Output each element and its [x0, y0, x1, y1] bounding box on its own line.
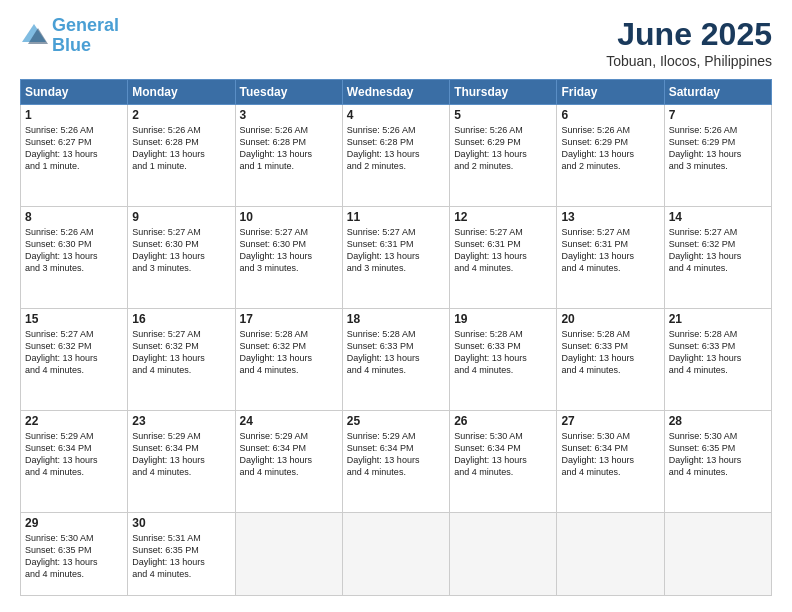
- day-info: Sunrise: 5:27 AM Sunset: 6:30 PM Dayligh…: [132, 226, 230, 275]
- day-info: Sunrise: 5:26 AM Sunset: 6:29 PM Dayligh…: [669, 124, 767, 173]
- calendar-cell: 21Sunrise: 5:28 AM Sunset: 6:33 PM Dayli…: [664, 308, 771, 410]
- day-info: Sunrise: 5:29 AM Sunset: 6:34 PM Dayligh…: [347, 430, 445, 479]
- calendar-cell: 9Sunrise: 5:27 AM Sunset: 6:30 PM Daylig…: [128, 206, 235, 308]
- day-number: 27: [561, 414, 659, 428]
- calendar-cell: 1Sunrise: 5:26 AM Sunset: 6:27 PM Daylig…: [21, 105, 128, 207]
- day-info: Sunrise: 5:30 AM Sunset: 6:35 PM Dayligh…: [669, 430, 767, 479]
- title-block: June 2025 Tobuan, Ilocos, Philippines: [606, 16, 772, 69]
- day-number: 11: [347, 210, 445, 224]
- day-number: 14: [669, 210, 767, 224]
- day-number: 25: [347, 414, 445, 428]
- day-info: Sunrise: 5:26 AM Sunset: 6:30 PM Dayligh…: [25, 226, 123, 275]
- logo-text: General Blue: [52, 16, 119, 56]
- calendar-cell: 25Sunrise: 5:29 AM Sunset: 6:34 PM Dayli…: [342, 410, 449, 512]
- logo: General Blue: [20, 16, 119, 56]
- day-info: Sunrise: 5:29 AM Sunset: 6:34 PM Dayligh…: [240, 430, 338, 479]
- calendar-cell: 17Sunrise: 5:28 AM Sunset: 6:32 PM Dayli…: [235, 308, 342, 410]
- calendar-cell: 10Sunrise: 5:27 AM Sunset: 6:30 PM Dayli…: [235, 206, 342, 308]
- calendar-weekday-tuesday: Tuesday: [235, 80, 342, 105]
- calendar-cell: [235, 512, 342, 595]
- day-info: Sunrise: 5:30 AM Sunset: 6:34 PM Dayligh…: [454, 430, 552, 479]
- day-info: Sunrise: 5:28 AM Sunset: 6:33 PM Dayligh…: [669, 328, 767, 377]
- day-number: 2: [132, 108, 230, 122]
- day-number: 15: [25, 312, 123, 326]
- day-info: Sunrise: 5:27 AM Sunset: 6:31 PM Dayligh…: [454, 226, 552, 275]
- day-number: 20: [561, 312, 659, 326]
- calendar-header-row: SundayMondayTuesdayWednesdayThursdayFrid…: [21, 80, 772, 105]
- calendar-cell: 8Sunrise: 5:26 AM Sunset: 6:30 PM Daylig…: [21, 206, 128, 308]
- day-info: Sunrise: 5:28 AM Sunset: 6:33 PM Dayligh…: [454, 328, 552, 377]
- day-number: 6: [561, 108, 659, 122]
- day-number: 3: [240, 108, 338, 122]
- day-number: 12: [454, 210, 552, 224]
- calendar-weekday-sunday: Sunday: [21, 80, 128, 105]
- logo-icon: [20, 22, 48, 50]
- day-info: Sunrise: 5:31 AM Sunset: 6:35 PM Dayligh…: [132, 532, 230, 581]
- day-number: 23: [132, 414, 230, 428]
- calendar-weekday-monday: Monday: [128, 80, 235, 105]
- day-number: 17: [240, 312, 338, 326]
- calendar-cell: 5Sunrise: 5:26 AM Sunset: 6:29 PM Daylig…: [450, 105, 557, 207]
- day-number: 9: [132, 210, 230, 224]
- calendar-cell: 11Sunrise: 5:27 AM Sunset: 6:31 PM Dayli…: [342, 206, 449, 308]
- calendar-cell: [342, 512, 449, 595]
- day-info: Sunrise: 5:26 AM Sunset: 6:28 PM Dayligh…: [347, 124, 445, 173]
- header: General Blue June 2025 Tobuan, Ilocos, P…: [20, 16, 772, 69]
- day-number: 1: [25, 108, 123, 122]
- day-number: 8: [25, 210, 123, 224]
- day-number: 16: [132, 312, 230, 326]
- calendar-cell: 16Sunrise: 5:27 AM Sunset: 6:32 PM Dayli…: [128, 308, 235, 410]
- day-number: 19: [454, 312, 552, 326]
- calendar-cell: 2Sunrise: 5:26 AM Sunset: 6:28 PM Daylig…: [128, 105, 235, 207]
- calendar-week-row: 15Sunrise: 5:27 AM Sunset: 6:32 PM Dayli…: [21, 308, 772, 410]
- calendar-cell: 24Sunrise: 5:29 AM Sunset: 6:34 PM Dayli…: [235, 410, 342, 512]
- calendar-cell: 19Sunrise: 5:28 AM Sunset: 6:33 PM Dayli…: [450, 308, 557, 410]
- calendar-cell: [450, 512, 557, 595]
- calendar-cell: 30Sunrise: 5:31 AM Sunset: 6:35 PM Dayli…: [128, 512, 235, 595]
- page: General Blue June 2025 Tobuan, Ilocos, P…: [0, 0, 792, 612]
- day-info: Sunrise: 5:26 AM Sunset: 6:28 PM Dayligh…: [132, 124, 230, 173]
- calendar-cell: 7Sunrise: 5:26 AM Sunset: 6:29 PM Daylig…: [664, 105, 771, 207]
- calendar-table: SundayMondayTuesdayWednesdayThursdayFrid…: [20, 79, 772, 596]
- calendar-cell: [664, 512, 771, 595]
- calendar-cell: 20Sunrise: 5:28 AM Sunset: 6:33 PM Dayli…: [557, 308, 664, 410]
- day-info: Sunrise: 5:27 AM Sunset: 6:32 PM Dayligh…: [132, 328, 230, 377]
- calendar-weekday-thursday: Thursday: [450, 80, 557, 105]
- calendar-cell: 14Sunrise: 5:27 AM Sunset: 6:32 PM Dayli…: [664, 206, 771, 308]
- day-info: Sunrise: 5:27 AM Sunset: 6:32 PM Dayligh…: [25, 328, 123, 377]
- calendar-cell: 3Sunrise: 5:26 AM Sunset: 6:28 PM Daylig…: [235, 105, 342, 207]
- calendar-cell: 18Sunrise: 5:28 AM Sunset: 6:33 PM Dayli…: [342, 308, 449, 410]
- day-number: 29: [25, 516, 123, 530]
- calendar-week-row: 22Sunrise: 5:29 AM Sunset: 6:34 PM Dayli…: [21, 410, 772, 512]
- day-number: 18: [347, 312, 445, 326]
- day-number: 24: [240, 414, 338, 428]
- day-number: 22: [25, 414, 123, 428]
- day-info: Sunrise: 5:28 AM Sunset: 6:32 PM Dayligh…: [240, 328, 338, 377]
- day-info: Sunrise: 5:27 AM Sunset: 6:31 PM Dayligh…: [347, 226, 445, 275]
- day-number: 26: [454, 414, 552, 428]
- day-info: Sunrise: 5:29 AM Sunset: 6:34 PM Dayligh…: [132, 430, 230, 479]
- day-number: 21: [669, 312, 767, 326]
- calendar-cell: [557, 512, 664, 595]
- day-number: 5: [454, 108, 552, 122]
- calendar-cell: 27Sunrise: 5:30 AM Sunset: 6:34 PM Dayli…: [557, 410, 664, 512]
- day-info: Sunrise: 5:26 AM Sunset: 6:29 PM Dayligh…: [454, 124, 552, 173]
- calendar-week-row: 29Sunrise: 5:30 AM Sunset: 6:35 PM Dayli…: [21, 512, 772, 595]
- calendar-cell: 23Sunrise: 5:29 AM Sunset: 6:34 PM Dayli…: [128, 410, 235, 512]
- day-number: 28: [669, 414, 767, 428]
- day-info: Sunrise: 5:26 AM Sunset: 6:29 PM Dayligh…: [561, 124, 659, 173]
- day-info: Sunrise: 5:27 AM Sunset: 6:32 PM Dayligh…: [669, 226, 767, 275]
- calendar-cell: 6Sunrise: 5:26 AM Sunset: 6:29 PM Daylig…: [557, 105, 664, 207]
- logo-line1: General: [52, 15, 119, 35]
- day-info: Sunrise: 5:27 AM Sunset: 6:31 PM Dayligh…: [561, 226, 659, 275]
- day-number: 7: [669, 108, 767, 122]
- calendar-cell: 29Sunrise: 5:30 AM Sunset: 6:35 PM Dayli…: [21, 512, 128, 595]
- calendar-weekday-friday: Friday: [557, 80, 664, 105]
- day-number: 4: [347, 108, 445, 122]
- day-number: 30: [132, 516, 230, 530]
- day-info: Sunrise: 5:27 AM Sunset: 6:30 PM Dayligh…: [240, 226, 338, 275]
- calendar-week-row: 8Sunrise: 5:26 AM Sunset: 6:30 PM Daylig…: [21, 206, 772, 308]
- day-number: 13: [561, 210, 659, 224]
- calendar-week-row: 1Sunrise: 5:26 AM Sunset: 6:27 PM Daylig…: [21, 105, 772, 207]
- day-info: Sunrise: 5:30 AM Sunset: 6:35 PM Dayligh…: [25, 532, 123, 581]
